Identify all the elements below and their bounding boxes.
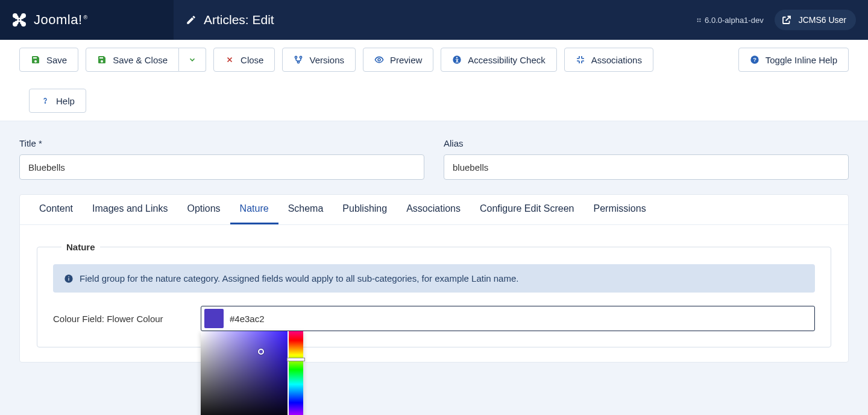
sv-marker[interactable]: [258, 349, 264, 355]
title-alias-row: Title * Alias: [19, 138, 849, 180]
tab-schema[interactable]: Schema: [278, 195, 333, 224]
version-text: 6.0.0-alpha1-dev: [705, 16, 764, 25]
svg-point-12: [45, 103, 45, 103]
versions-label: Versions: [309, 55, 344, 65]
save-label: Save: [46, 55, 67, 65]
help-circle-icon: ?: [750, 55, 760, 65]
versions-button[interactable]: Versions: [282, 48, 356, 72]
close-label: Close: [241, 55, 263, 65]
tab-options[interactable]: Options: [177, 195, 230, 224]
alias-field: Alias: [444, 138, 849, 180]
user-label: JCMS6 User: [799, 15, 846, 25]
save-icon: [31, 55, 40, 65]
alias-input[interactable]: [444, 154, 849, 180]
tab-images-and-links[interactable]: Images and Links: [83, 195, 177, 224]
tab-nature[interactable]: Nature: [230, 195, 278, 224]
colour-field-row: Colour Field: Flower Colour #4e3ac2: [53, 306, 815, 331]
save-button[interactable]: Save: [19, 48, 78, 72]
title-field: Title *: [19, 138, 424, 180]
page-title: Articles: Edit: [174, 0, 696, 40]
associations-button[interactable]: Associations: [564, 48, 653, 72]
save-close-dropdown[interactable]: [179, 48, 206, 72]
tab-permissions[interactable]: Permissions: [584, 195, 656, 224]
close-icon: [225, 55, 234, 65]
assoc-label: Associations: [591, 55, 642, 65]
tab-panel-nature: Nature Field group for the nature catego…: [20, 225, 848, 362]
brand-section[interactable]: Joomla!®: [0, 0, 174, 40]
question-icon: [40, 96, 50, 106]
svg-point-5: [300, 56, 302, 58]
colour-picker-hue[interactable]: [289, 331, 303, 415]
topbar: Joomla!® Articles: Edit 6.0.0-alpha1-dev…: [0, 0, 868, 40]
tab-publishing[interactable]: Publishing: [333, 195, 397, 224]
tabs: ContentImages and LinksOptionsNatureSche…: [20, 195, 848, 225]
page-body: Title * Alias ContentImages and LinksOpt…: [0, 121, 868, 379]
colour-input-wrap: #4e3ac2: [201, 306, 815, 331]
page-title-text: Articles: Edit: [204, 13, 274, 27]
nature-fieldset: Nature Field group for the nature catego…: [37, 242, 831, 347]
save-close-label: Save & Close: [113, 55, 168, 65]
save-close-button[interactable]: Save & Close: [86, 48, 179, 72]
colour-hex-text: #4e3ac2: [226, 314, 265, 324]
version-badge[interactable]: 6.0.0-alpha1-dev: [696, 16, 764, 25]
hue-marker[interactable]: [287, 358, 305, 361]
pencil-icon: [186, 14, 197, 25]
nature-legend: Nature: [61, 242, 100, 252]
colour-picker-sv[interactable]: [201, 331, 288, 415]
a11y-button[interactable]: Accessibility Check: [441, 48, 556, 72]
colour-input[interactable]: #4e3ac2: [201, 306, 815, 331]
a11y-label: Accessibility Check: [468, 55, 545, 65]
colour-field-label: Colour Field: Flower Colour: [53, 314, 201, 324]
tab-associations[interactable]: Associations: [397, 195, 470, 224]
eye-icon: [374, 55, 384, 65]
save-close-group: Save & Close: [86, 48, 206, 72]
save-icon: [97, 55, 107, 65]
inline-help-button[interactable]: ? Toggle Inline Help: [738, 48, 849, 72]
inline-help-label: Toggle Inline Help: [766, 55, 837, 65]
colour-swatch[interactable]: [204, 309, 224, 328]
info-alert: Field group for the nature category. Ass…: [53, 264, 815, 293]
contract-icon: [576, 55, 585, 65]
joomla-logo-icon: [10, 10, 29, 30]
close-button[interactable]: Close: [213, 48, 275, 72]
svg-point-7: [378, 59, 380, 61]
preview-label: Preview: [390, 55, 422, 65]
user-menu[interactable]: JCMS6 User: [775, 10, 856, 30]
colour-picker: [201, 331, 303, 415]
svg-rect-15: [68, 276, 69, 277]
alias-label: Alias: [444, 138, 849, 148]
info-alert-text: Field group for the nature category. Ass…: [80, 273, 518, 284]
external-link-icon: [781, 14, 793, 26]
info-icon: [64, 274, 74, 284]
tab-content[interactable]: Content: [30, 195, 83, 224]
chevron-down-icon: [187, 55, 197, 65]
title-label: Title *: [19, 138, 424, 148]
joomla-mini-icon: [696, 17, 702, 24]
svg-rect-14: [68, 277, 69, 280]
svg-point-9: [456, 57, 458, 58]
branch-icon: [294, 55, 303, 65]
svg-point-4: [295, 56, 297, 58]
accessibility-icon: [452, 55, 462, 65]
tab-configure-edit-screen[interactable]: Configure Edit Screen: [470, 195, 584, 224]
topbar-right: 6.0.0-alpha1-dev JCMS6 User: [696, 0, 868, 40]
help-label: Help: [56, 96, 75, 106]
brand-text: Joomla!®: [34, 12, 88, 28]
toolbar: Save Save & Close Close Versions Preview…: [0, 40, 868, 121]
main-card: ContentImages and LinksOptionsNatureSche…: [19, 194, 849, 363]
preview-button[interactable]: Preview: [363, 48, 433, 72]
svg-text:?: ?: [753, 57, 756, 63]
help-button[interactable]: Help: [29, 89, 86, 113]
title-input[interactable]: [19, 154, 424, 180]
